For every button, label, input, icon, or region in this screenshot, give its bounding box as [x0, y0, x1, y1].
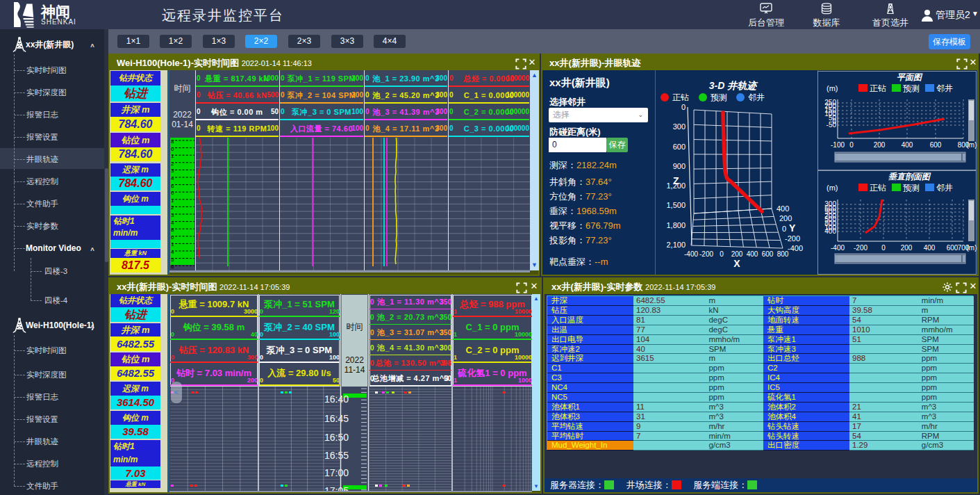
svg-text:0: 0 [171, 234, 174, 241]
svg-text:8: 8 [171, 138, 174, 145]
svg-text:5: 5 [171, 257, 174, 263]
svg-text:0: 0 [881, 244, 886, 252]
svg-text:X: X [733, 258, 740, 269]
svg-text:-400: -400 [788, 244, 803, 252]
svg-text:400: 400 [924, 244, 936, 252]
svg-text:预测: 预测 [711, 92, 727, 102]
svg-text:3: 3 [171, 212, 174, 218]
svg-text:邻井: 邻井 [936, 183, 953, 193]
svg-text:1: 1 [171, 241, 174, 248]
svg-text:17:00: 17:00 [324, 467, 349, 478]
svg-text:16:55: 16:55 [324, 450, 349, 461]
svg-text:4: 4 [171, 249, 174, 255]
svg-text:4: 4 [171, 220, 174, 226]
svg-text:0: 0 [171, 146, 174, 152]
svg-text:Z: Z [673, 175, 679, 186]
svg-text:600: 600 [947, 244, 958, 252]
svg-text:200: 200 [901, 244, 913, 252]
svg-text:邻井: 邻井 [936, 83, 953, 93]
svg-text:-200: -200 [854, 244, 867, 252]
svg-text:8: 8 [171, 227, 174, 233]
svg-text:6: 6 [171, 183, 174, 189]
svg-text:0: 0 [681, 103, 686, 111]
svg-text:400: 400 [776, 204, 789, 213]
svg-text:600: 600 [930, 141, 942, 149]
svg-text:1,500: 1,500 [666, 201, 686, 209]
svg-text:-400: -400 [684, 250, 698, 258]
svg-text:16:45: 16:45 [324, 413, 349, 424]
svg-text:2: 2 [171, 161, 174, 167]
svg-text:0: 0 [782, 225, 786, 233]
svg-text:正钻: 正钻 [672, 92, 689, 102]
svg-text:300: 300 [673, 122, 686, 131]
svg-text:邻井: 邻井 [748, 92, 765, 102]
svg-text:-100: -100 [831, 141, 845, 149]
svg-text:3: 3 [171, 168, 174, 174]
svg-text:2: 2 [171, 204, 174, 211]
svg-text:(m): (m) [827, 184, 838, 192]
svg-text:垂直剖面图: 垂直剖面图 [888, 172, 931, 181]
svg-text:16:50: 16:50 [324, 432, 349, 443]
svg-text:(m): (m) [967, 141, 977, 149]
svg-text:0: 0 [171, 190, 174, 196]
svg-text:200: 200 [779, 214, 792, 222]
svg-text:正钻: 正钻 [870, 83, 886, 93]
svg-text:预测: 预测 [903, 183, 920, 193]
svg-text:6: 6 [171, 263, 174, 270]
svg-text:0: 0 [849, 141, 854, 149]
svg-text:(m): (m) [967, 244, 977, 252]
svg-text:4: 4 [171, 175, 174, 181]
svg-text:17:05: 17:05 [324, 485, 349, 491]
svg-text:200: 200 [874, 141, 886, 149]
svg-text:600: 600 [762, 250, 774, 258]
svg-text:900: 900 [673, 162, 686, 170]
svg-text:400: 400 [902, 141, 913, 149]
svg-text:1,800: 1,800 [666, 221, 686, 229]
svg-text:预测: 预测 [903, 83, 920, 93]
svg-text:1: 1 [171, 197, 174, 204]
svg-text:0: 0 [720, 250, 724, 258]
svg-text:3-D 井轨迹: 3-D 井轨迹 [709, 80, 758, 91]
svg-text:-50: -50 [827, 121, 837, 129]
svg-text:16:40: 16:40 [324, 393, 349, 405]
svg-text:-400: -400 [831, 244, 845, 252]
svg-text:400: 400 [747, 250, 758, 258]
svg-text:-200: -200 [785, 234, 800, 243]
svg-text:-200: -200 [699, 250, 713, 258]
svg-text:200: 200 [731, 250, 743, 258]
svg-text:正钻: 正钻 [870, 183, 886, 193]
svg-text:600: 600 [673, 143, 686, 151]
svg-text:2,100: 2,100 [666, 241, 686, 249]
svg-text:1: 1 [171, 153, 174, 159]
svg-text:平面图: 平面图 [897, 72, 923, 82]
svg-text:Y: Y [789, 222, 796, 234]
svg-text:400: 400 [824, 227, 836, 235]
svg-text:(m): (m) [827, 84, 838, 92]
